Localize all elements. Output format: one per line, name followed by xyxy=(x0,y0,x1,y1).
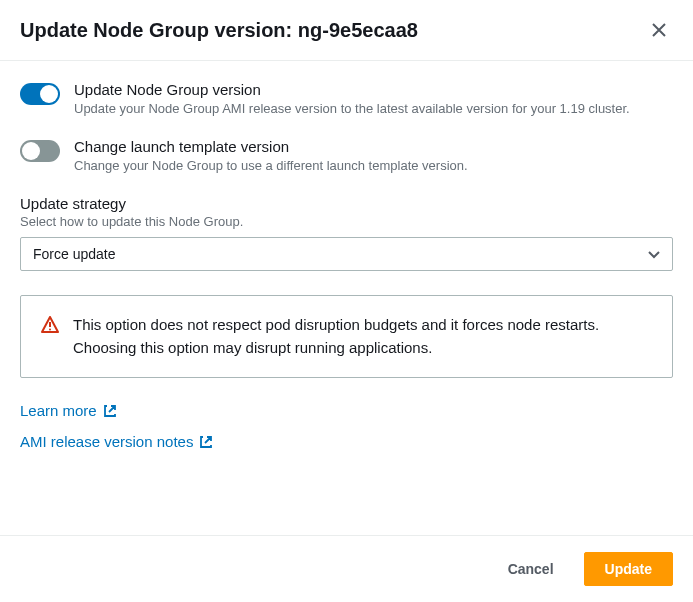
release-notes-link[interactable]: AMI release version notes xyxy=(20,433,213,450)
change-template-text: Change launch template version Change yo… xyxy=(74,138,468,175)
warning-text: This option does not respect pod disrupt… xyxy=(73,314,652,359)
warning-alert: This option does not respect pod disrupt… xyxy=(20,295,673,378)
change-template-row: Change launch template version Change yo… xyxy=(20,138,673,175)
links-section: Learn more AMI release version notes xyxy=(20,402,673,464)
update-version-toggle[interactable] xyxy=(20,83,60,105)
cancel-button[interactable]: Cancel xyxy=(488,552,574,586)
link-label: AMI release version notes xyxy=(20,433,193,450)
caret-down-icon xyxy=(648,246,660,262)
change-template-toggle[interactable] xyxy=(20,140,60,162)
strategy-selected-value: Force update xyxy=(33,246,116,262)
toggle-knob xyxy=(22,142,40,160)
strategy-desc: Select how to update this Node Group. xyxy=(20,214,673,229)
toggle-desc: Update your Node Group AMI release versi… xyxy=(74,100,630,118)
update-version-row: Update Node Group version Update your No… xyxy=(20,81,673,118)
update-button[interactable]: Update xyxy=(584,552,673,586)
toggle-title: Update Node Group version xyxy=(74,81,630,98)
toggle-desc: Change your Node Group to use a differen… xyxy=(74,157,468,175)
toggle-knob xyxy=(40,85,58,103)
external-link-icon xyxy=(199,435,213,449)
modal-title: Update Node Group version: ng-9e5ecaa8 xyxy=(20,19,418,42)
strategy-select[interactable]: Force update xyxy=(20,237,673,271)
svg-point-1 xyxy=(49,329,51,331)
modal-body: Update Node Group version Update your No… xyxy=(0,61,693,535)
close-icon xyxy=(651,22,667,38)
close-button[interactable] xyxy=(645,16,673,44)
warning-icon xyxy=(41,316,59,359)
modal-header: Update Node Group version: ng-9e5ecaa8 xyxy=(0,0,693,61)
update-node-group-modal: Update Node Group version: ng-9e5ecaa8 U… xyxy=(0,0,693,602)
strategy-label: Update strategy xyxy=(20,195,673,212)
update-version-text: Update Node Group version Update your No… xyxy=(74,81,630,118)
modal-footer: Cancel Update xyxy=(0,535,693,602)
toggle-title: Change launch template version xyxy=(74,138,468,155)
external-link-icon xyxy=(103,404,117,418)
learn-more-link[interactable]: Learn more xyxy=(20,402,117,419)
link-label: Learn more xyxy=(20,402,97,419)
